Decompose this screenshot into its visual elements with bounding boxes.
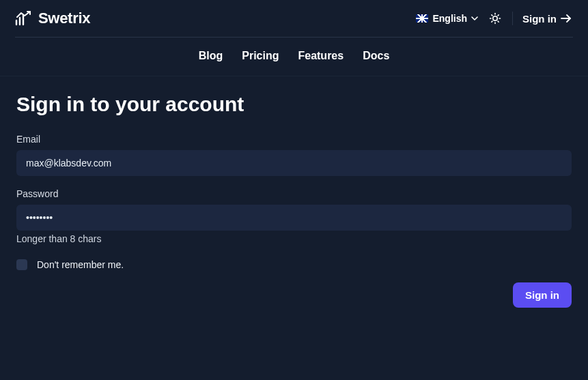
main-nav: Blog Pricing Features Docs	[0, 38, 588, 76]
divider	[512, 12, 513, 25]
topbar-right: English Sign in	[416, 11, 572, 26]
form-actions: Sign in	[16, 282, 572, 308]
remember-label: Don't remember me.	[37, 259, 124, 270]
language-label: English	[432, 13, 467, 24]
brand-name: Swetrix	[38, 10, 90, 27]
nav-item-docs[interactable]: Docs	[363, 50, 389, 62]
password-field[interactable]	[16, 205, 572, 231]
topbar: Swetrix English	[0, 0, 588, 37]
password-label: Password	[16, 188, 572, 199]
remember-row: Don't remember me.	[16, 259, 572, 270]
signin-button[interactable]: Sign in	[513, 282, 572, 308]
remember-checkbox[interactable]	[16, 259, 27, 270]
nav-item-pricing[interactable]: Pricing	[242, 50, 279, 62]
theme-toggle[interactable]	[488, 11, 503, 26]
chevron-down-icon	[471, 15, 478, 22]
email-field[interactable]	[16, 150, 572, 176]
arrow-right-icon	[561, 14, 572, 23]
signin-page: Sign in to your account Email Password L…	[0, 76, 588, 308]
signin-link-label: Sign in	[522, 13, 557, 25]
language-selector[interactable]: English	[416, 13, 478, 24]
nav-item-features[interactable]: Features	[298, 50, 344, 62]
page-title: Sign in to your account	[16, 93, 572, 116]
nav-item-blog[interactable]: Blog	[199, 50, 223, 62]
uk-flag-icon	[416, 14, 428, 23]
svg-point-0	[493, 16, 497, 20]
password-hint: Longer than 8 chars	[16, 233, 572, 244]
signin-link[interactable]: Sign in	[522, 13, 572, 25]
brand-logo[interactable]: Swetrix	[15, 10, 90, 27]
sun-icon	[489, 12, 501, 25]
email-label: Email	[16, 134, 572, 145]
chart-arrow-icon	[15, 11, 33, 26]
